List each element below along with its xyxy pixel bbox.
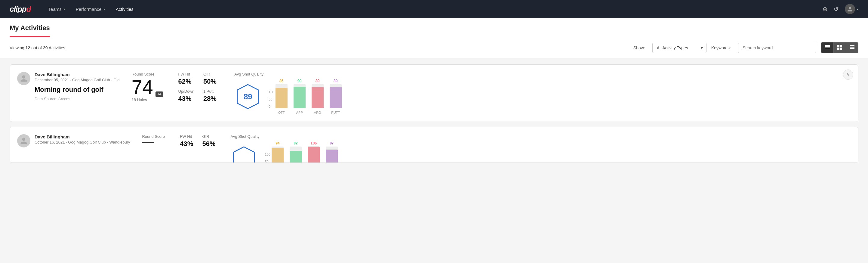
teams-label: Teams (49, 7, 62, 12)
gir-label: GIR (203, 72, 219, 77)
quality-label: Avg Shot Quality (230, 134, 337, 139)
teams-chevron-icon: ▾ (63, 7, 65, 11)
view-grid-button[interactable] (834, 42, 846, 53)
round-score-label: Round Score (132, 72, 163, 77)
nav-activities[interactable]: Activities (111, 0, 139, 18)
svg-rect-5 (840, 45, 842, 47)
svg-rect-4 (837, 45, 839, 47)
view-toggle (821, 42, 858, 53)
viewing-count: 12 (26, 46, 30, 50)
activities-label: Activities (116, 7, 133, 12)
svg-rect-0 (825, 45, 830, 46)
gir-block: GIR 50% (203, 72, 219, 85)
edit-button[interactable]: ✎ (843, 69, 853, 80)
stat-group: FW Hit 62% GIR 50% Up/Down 43% 1 Putt 28… (178, 72, 219, 103)
user-date: December 05, 2021 · Gog Magog Golf Club … (35, 78, 120, 82)
list-dense-icon (825, 45, 830, 50)
updown-label: Up/Down (178, 89, 194, 94)
fw-hit-label: FW Hit (180, 134, 193, 139)
fw-hit-value: 43% (180, 140, 193, 148)
fw-hit-value: 62% (178, 78, 194, 85)
svg-rect-8 (850, 45, 855, 46)
quality-display: Avg Shot Quality 100 50 (230, 134, 337, 163)
bars: 85 OTT 90 (276, 79, 342, 114)
y-axis: 100 50 0 (265, 152, 270, 163)
activity-card: Dave Billingham October 16, 2021 · Gog M… (10, 127, 858, 163)
svg-rect-3 (825, 49, 830, 49)
gir-block: GIR 56% (202, 134, 215, 148)
bar-chart: 100 50 0 94 (265, 141, 337, 163)
add-icon[interactable]: ⊕ (823, 5, 828, 12)
svg-rect-1 (825, 46, 830, 47)
nav-performance[interactable]: Performance ▾ (70, 0, 111, 18)
fw-hit-label: FW Hit (178, 72, 194, 77)
svg-marker-12 (234, 147, 254, 163)
svg-rect-2 (825, 48, 830, 48)
viewing-total: 29 (43, 46, 48, 50)
viewing-text: Viewing 12 out of 29 Activities (10, 46, 629, 50)
logo[interactable]: clippd (10, 4, 31, 14)
performance-label: Performance (76, 7, 102, 12)
grid-icon (837, 45, 842, 51)
bar-app: 82 APP (290, 141, 302, 163)
svg-rect-6 (837, 48, 839, 50)
user-details: Dave Billingham December 05, 2021 · Gog … (35, 72, 120, 101)
view-list-wide-button[interactable] (846, 42, 858, 53)
fw-hit-block: FW Hit 43% (180, 134, 193, 148)
activity-card: ✎ Dave Billingham December 05, 2021 · Go… (10, 64, 858, 122)
oneputt-value: 28% (203, 95, 219, 103)
user-date: October 16, 2021 · Gog Magog Golf Club -… (35, 140, 130, 144)
data-source: Data Source: Arccos (35, 96, 120, 101)
avatar (845, 4, 855, 14)
search-input[interactable] (738, 43, 816, 53)
score-badge: +4 (155, 91, 163, 97)
quality-display: Avg Shot Quality 89 (234, 72, 341, 114)
score-value: 74 (132, 78, 153, 97)
filter-bar: Viewing 12 out of 29 Activities Show: Al… (0, 37, 868, 58)
stat-group: FW Hit 43% GIR 56% (180, 134, 215, 148)
card-content: Dave Billingham December 05, 2021 · Gog … (17, 72, 851, 114)
quality-section: Avg Shot Quality 89 (234, 72, 341, 114)
gir-value: 50% (203, 78, 219, 85)
svg-rect-7 (840, 48, 842, 50)
bars: 94 OTT 82 (272, 141, 338, 163)
fw-hit-block: FW Hit 62% (178, 72, 194, 85)
user-name: Dave Billingham (35, 72, 120, 77)
activity-type-select[interactable]: All Activity Types (652, 43, 707, 53)
activity-type-select-wrapper: All Activity Types (652, 43, 707, 53)
logo-text: clippd (10, 4, 31, 13)
bar-putt: 87 PUTT (326, 141, 338, 163)
refresh-icon[interactable]: ↺ (834, 5, 839, 12)
oneputt-label: 1 Putt (203, 89, 219, 94)
pencil-icon: ✎ (846, 72, 850, 77)
card-left: Dave Billingham December 05, 2021 · Gog … (17, 72, 120, 101)
card-content: Dave Billingham October 16, 2021 · Gog M… (17, 134, 851, 163)
gir-value: 56% (202, 140, 215, 148)
hexagon-score: 89 (234, 83, 261, 110)
round-score-block: Round Score 74 +4 18 Holes (132, 72, 163, 102)
user-name: Dave Billingham (35, 134, 130, 139)
user-avatar-button[interactable]: ▾ (845, 4, 858, 14)
page-header: My Activities (0, 18, 868, 37)
view-list-dense-button[interactable] (822, 42, 834, 53)
nav-right: ⊕ ↺ ▾ (823, 4, 858, 14)
card-stats: Round Score 74 +4 18 Holes FW Hit 62% GI… (132, 72, 342, 114)
y-axis: 100 50 0 (269, 90, 274, 114)
quality-section: Avg Shot Quality 100 50 (230, 134, 337, 163)
user-chevron-icon: ▾ (857, 7, 858, 11)
page-title: My Activities (10, 24, 50, 37)
round-score-block: Round Score (142, 134, 165, 143)
performance-chevron-icon: ▾ (103, 7, 105, 11)
avatar (17, 72, 30, 85)
hexagon-score (230, 145, 257, 163)
bar-chart: 100 50 0 85 (269, 79, 341, 114)
bar-arg: 89 ARG (312, 79, 323, 114)
gir-label: GIR (202, 134, 215, 139)
bar-ott: 85 OTT (276, 79, 287, 114)
bar-ott: 94 OTT (272, 141, 284, 163)
keywords-label: Keywords: (711, 46, 731, 50)
nav-teams[interactable]: Teams ▾ (43, 0, 70, 18)
list-wide-icon (850, 45, 855, 50)
holes-label: 18 Holes (132, 97, 163, 102)
card-left: Dave Billingham October 16, 2021 · Gog M… (17, 134, 130, 147)
